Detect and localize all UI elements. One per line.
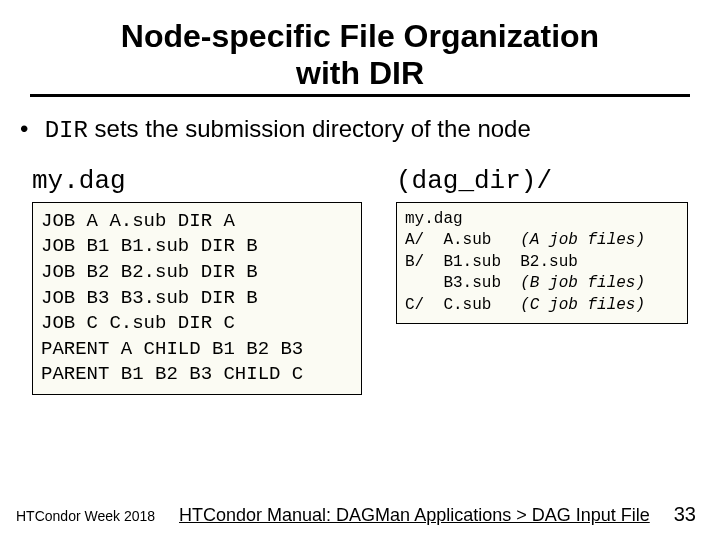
dir-line-note: (A job files) (520, 231, 645, 249)
dir-line-note: (B job files) (520, 274, 645, 292)
title-line-1: Node-specific File Organization (0, 18, 720, 55)
bullet-keyword: DIR (45, 117, 88, 144)
bullet-marker: • (20, 115, 38, 143)
dir-line-text: C/ C.sub (405, 296, 520, 314)
slide-title: Node-specific File Organization with DIR (0, 0, 720, 92)
dir-line-text: B3.sub (405, 274, 520, 292)
title-line-2: with DIR (0, 55, 720, 92)
content-columns: my.dag JOB A A.sub DIR A JOB B1 B1.sub D… (0, 166, 720, 395)
right-column: (dag_dir)/ my.dag A/ A.sub (A job files)… (396, 166, 688, 395)
slide-number: 33 (674, 503, 696, 526)
slide: Node-specific File Organization with DIR… (0, 0, 720, 540)
footer-left-text: HTCondor Week 2018 (16, 508, 155, 524)
dir-line-text: A/ A.sub (405, 231, 520, 249)
left-column: my.dag JOB A A.sub DIR A JOB B1 B1.sub D… (32, 166, 362, 395)
manual-link[interactable]: HTCondor Manual: DAGMan Applications > D… (179, 505, 650, 525)
dir-line-text: my.dag (405, 210, 463, 228)
title-underline (30, 94, 690, 97)
dir-listing-box: my.dag A/ A.sub (A job files) B/ B1.sub … (396, 202, 688, 324)
bullet-item: • DIR sets the submission directory of t… (20, 115, 700, 144)
dir-line-text: B/ B1.sub B2.sub (405, 253, 578, 271)
footer: HTCondor Week 2018 HTCondor Manual: DAGM… (0, 503, 720, 526)
left-header: my.dag (32, 166, 362, 196)
dag-code-box: JOB A A.sub DIR A JOB B1 B1.sub DIR B JO… (32, 202, 362, 395)
right-header: (dag_dir)/ (396, 166, 688, 196)
bullet-text: sets the submission directory of the nod… (88, 115, 531, 142)
footer-center: HTCondor Manual: DAGMan Applications > D… (155, 505, 674, 526)
dir-line-note: (C job files) (520, 296, 645, 314)
